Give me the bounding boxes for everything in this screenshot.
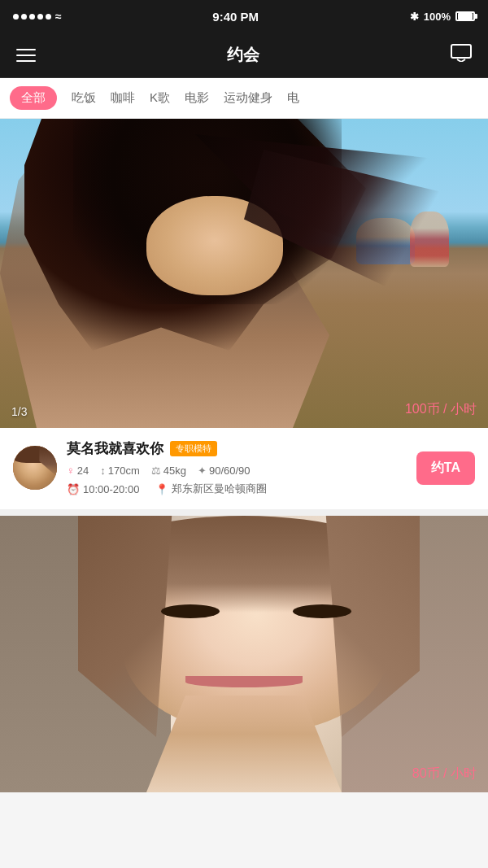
cat-item-coffee[interactable]: 咖啡 [111, 87, 135, 109]
page-title: 约会 [227, 44, 259, 66]
stat-height: ↕ 170cm [100, 465, 140, 477]
photo-index: 1/3 [11, 405, 27, 418]
signal-dots [13, 14, 51, 20]
book-button-1[interactable]: 约TA [416, 451, 475, 485]
chat-button[interactable] [451, 44, 472, 67]
age-value: 24 [77, 465, 89, 477]
avatar-1 [13, 446, 57, 490]
height-icon: ↕ [100, 465, 106, 477]
nav-bar: 约会 [0, 33, 488, 78]
status-right: ✱ 100% [410, 11, 475, 23]
photo-container-2[interactable]: 80币 / 小时 [0, 516, 488, 792]
meta-hours: ⏰ 10:00-20:00 [67, 482, 139, 496]
photo-container-1[interactable]: 1/3 100币 / 小时 [0, 119, 488, 428]
svg-rect-0 [451, 45, 471, 58]
bluetooth-icon: ✱ [410, 11, 419, 23]
stat-age: ♀ 24 [67, 465, 89, 477]
profile-card-1: 1/3 100币 / 小时 莫名我就喜欢你 专职模特 ♀ [0, 119, 488, 509]
figure-value: 90/60/90 [209, 465, 251, 477]
wifi-icon: ≈ [55, 10, 62, 23]
weight-icon: ⚖ [151, 465, 161, 477]
cat-item-sport[interactable]: 运动健身 [224, 87, 272, 109]
figure-icon: ✦ [198, 465, 207, 477]
badge-professional: 专职模特 [170, 441, 217, 456]
cat-item-movie[interactable]: 电影 [185, 87, 209, 109]
height-value: 170cm [108, 465, 140, 477]
menu-line-1 [16, 49, 36, 50]
photo-price-2: 80币 / 小时 [412, 765, 477, 783]
status-time: 9:40 PM [212, 10, 259, 24]
cat-item-eat[interactable]: 吃饭 [72, 87, 96, 109]
content-area: 1/3 100币 / 小时 莫名我就喜欢你 专职模特 ♀ [0, 119, 488, 792]
location-icon: 📍 [155, 483, 168, 495]
menu-line-2 [16, 55, 36, 56]
menu-button[interactable] [16, 49, 36, 62]
hours-value: 10:00-20:00 [83, 483, 139, 495]
meta-location: 📍 郑东新区曼哈顿商圈 [155, 482, 267, 496]
profile-info-1: 莫名我就喜欢你 专职模特 ♀ 24 ↕ 170cm ⚖ 45kg [0, 428, 488, 509]
gender-icon: ♀ [67, 465, 75, 477]
photo-price-1: 100币 / 小时 [405, 401, 477, 418]
clock-icon: ⏰ [67, 483, 80, 495]
status-bar: ≈ 9:40 PM ✱ 100% [0, 0, 488, 33]
category-bar: 全部 吃饭 咖啡 K歌 电影 运动健身 电 [0, 78, 488, 119]
stat-weight: ⚖ 45kg [151, 465, 186, 477]
cat-item-all[interactable]: 全部 [10, 86, 57, 110]
status-left: ≈ [13, 10, 62, 23]
profile-meta: ⏰ 10:00-20:00 📍 郑东新区曼哈顿商圈 [67, 482, 407, 496]
profile-card-2: 80币 / 小时 [0, 516, 488, 792]
name-row: 莫名我就喜欢你 专职模特 [67, 439, 407, 458]
location-value: 郑东新区曼哈顿商圈 [172, 482, 267, 496]
profile-name: 莫名我就喜欢你 [67, 439, 163, 458]
stat-figure: ✦ 90/60/90 [198, 465, 251, 477]
battery-percent: 100% [424, 11, 451, 23]
menu-line-3 [16, 60, 36, 62]
cat-item-more[interactable]: 电 [287, 87, 299, 109]
battery-icon [455, 11, 475, 21]
cat-item-ktv[interactable]: K歌 [150, 87, 170, 109]
profile-stats: ♀ 24 ↕ 170cm ⚖ 45kg ✦ 90/60/90 [67, 465, 407, 477]
profile-details-1: 莫名我就喜欢你 专职模特 ♀ 24 ↕ 170cm ⚖ 45kg [67, 439, 407, 496]
weight-value: 45kg [163, 465, 186, 477]
